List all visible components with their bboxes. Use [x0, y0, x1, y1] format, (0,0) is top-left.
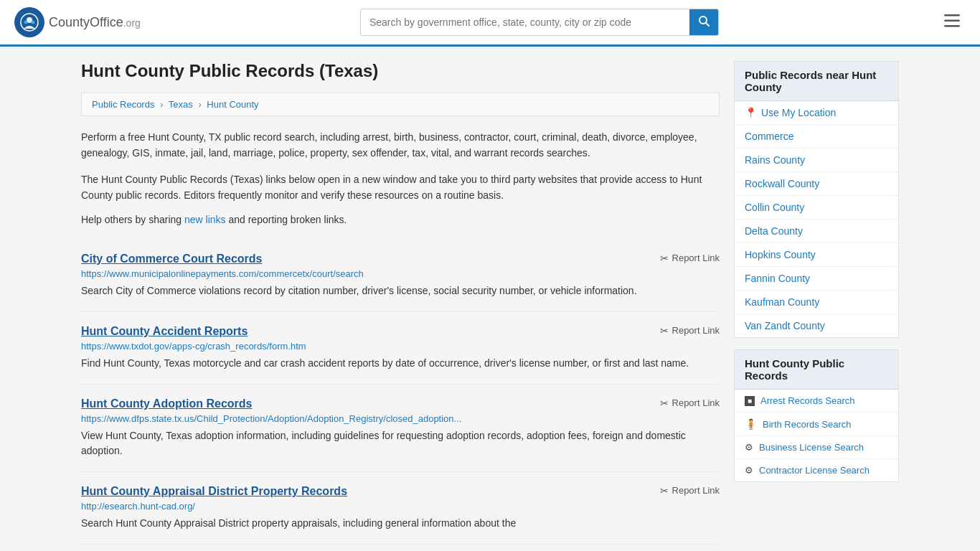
logo-name: CountyOffice — [49, 15, 123, 29]
record-desc: Search Hunt County Appraisal District pr… — [81, 516, 720, 531]
page-title: Hunt County Public Records (Texas) — [81, 61, 720, 81]
record-title[interactable]: City of Commerce Court Records — [81, 253, 263, 265]
record-title[interactable]: Hunt County Accident Reports — [81, 325, 248, 338]
breadcrumb: Public Records › Texas › Hunt County — [81, 93, 720, 116]
report-icon: ✂ — [660, 253, 669, 264]
record-desc: Find Hunt County, Texas motorcycle and c… — [81, 356, 720, 371]
record-desc: Search City of Commerce violations recor… — [81, 283, 720, 298]
breadcrumb-public-records[interactable]: Public Records — [92, 99, 154, 110]
sidebar-arrest-records[interactable]: ■ Arrest Records Search — [735, 390, 898, 413]
header: CountyOffice.org — [0, 0, 980, 47]
sidebar-item-kaufman[interactable]: Kaufman County — [735, 291, 898, 314]
record-url[interactable]: https://www.txdot.gov/apps-cg/crash_reco… — [81, 341, 720, 352]
use-my-location-link[interactable]: Use My Location — [761, 107, 836, 118]
new-links-link[interactable]: new links — [184, 214, 226, 225]
logo-icon — [14, 7, 44, 37]
use-my-location-item[interactable]: 📍 Use My Location — [735, 101, 898, 125]
record-url[interactable]: https://www.municipalonlinepayments.com/… — [81, 268, 720, 279]
nearby-section: Public Records near Hunt County 📍 Use My… — [734, 61, 899, 338]
nearby-link-vanzandt[interactable]: Van Zandt County — [745, 320, 825, 331]
breadcrumb-texas[interactable]: Texas — [169, 99, 193, 110]
svg-rect-7 — [944, 20, 960, 22]
search-input[interactable] — [361, 11, 689, 34]
business-icon: ⚙ — [745, 442, 753, 453]
record-url[interactable]: https://www.dfps.state.tx.us/Child_Prote… — [81, 413, 720, 424]
sidebar-item-commerce[interactable]: Commerce — [735, 125, 898, 149]
content-area: Hunt County Public Records (Texas) Publi… — [81, 61, 720, 545]
search-button[interactable] — [689, 9, 718, 35]
report-link[interactable]: ✂ Report Link — [660, 485, 720, 496]
report-link[interactable]: ✂ Report Link — [660, 397, 720, 409]
sidebar-item-delta[interactable]: Delta County — [735, 220, 898, 243]
nearby-link-rains[interactable]: Rains County — [745, 154, 805, 166]
logo-org: .org — [123, 17, 141, 29]
sidebar-item-vanzandt[interactable]: Van Zandt County — [735, 314, 898, 337]
breadcrumb-hunt-county[interactable]: Hunt County — [207, 99, 258, 110]
sidebar-item-rockwall[interactable]: Rockwall County — [735, 172, 898, 196]
business-license-link[interactable]: Business License Search — [759, 442, 864, 453]
record-desc: View Hunt County, Texas adoption informa… — [81, 428, 720, 458]
report-icon: ✂ — [660, 325, 669, 336]
nearby-header: Public Records near Hunt County — [735, 62, 898, 101]
report-link[interactable]: ✂ Report Link — [660, 253, 720, 264]
svg-line-5 — [706, 23, 709, 26]
sidebar-item-fannin[interactable]: Fannin County — [735, 267, 898, 291]
logo-text: CountyOffice.org — [49, 15, 141, 30]
contractor-license-link[interactable]: Contractor License Search — [759, 465, 870, 476]
sidebar: Public Records near Hunt County 📍 Use My… — [734, 61, 899, 545]
record-title[interactable]: Hunt County Appraisal District Property … — [81, 485, 347, 498]
arrest-icon: ■ — [745, 396, 755, 406]
birth-icon: 🧍 — [745, 418, 757, 430]
svg-point-2 — [24, 21, 28, 24]
report-icon: ✂ — [660, 485, 669, 496]
record-entry: Hunt County Accident Reports ✂ Report Li… — [81, 312, 720, 385]
contractor-icon: ⚙ — [745, 465, 753, 476]
intro-paragraph-1: Perform a free Hunt County, TX public re… — [81, 129, 720, 161]
report-link[interactable]: ✂ Report Link — [660, 325, 720, 336]
svg-rect-8 — [944, 25, 960, 27]
hunt-records-section: Hunt County Public Records ■ Arrest Reco… — [734, 349, 899, 482]
sidebar-contractor-license[interactable]: ⚙ Contractor License Search — [735, 459, 898, 481]
sidebar-business-license[interactable]: ⚙ Business License Search — [735, 436, 898, 459]
record-entry: City of Commerce Court Records ✂ Report … — [81, 240, 720, 312]
main-container: Hunt County Public Records (Texas) Publi… — [67, 47, 913, 551]
svg-rect-6 — [944, 14, 960, 17]
record-entry: Hunt County Adoption Records ✂ Report Li… — [81, 385, 720, 472]
record-url[interactable]: http://esearch.hunt-cad.org/ — [81, 501, 720, 512]
sidebar-item-hopkins[interactable]: Hopkins County — [735, 243, 898, 267]
nearby-link-collin[interactable]: Collin County — [745, 202, 804, 213]
report-icon: ✂ — [660, 397, 669, 409]
sidebar-item-collin[interactable]: Collin County — [735, 196, 898, 220]
record-title[interactable]: Hunt County Adoption Records — [81, 397, 253, 410]
records-list: City of Commerce Court Records ✂ Report … — [81, 240, 720, 545]
nearby-link-kaufman[interactable]: Kaufman County — [745, 296, 819, 308]
nearby-link-hopkins[interactable]: Hopkins County — [745, 249, 816, 260]
sidebar-item-rains[interactable]: Rains County — [735, 149, 898, 172]
arrest-records-link[interactable]: Arrest Records Search — [760, 395, 855, 406]
location-pin-icon: 📍 — [745, 107, 757, 118]
nearby-link-delta[interactable]: Delta County — [745, 225, 803, 237]
menu-button[interactable] — [938, 10, 966, 34]
logo-area: CountyOffice.org — [14, 7, 141, 37]
nearby-link-commerce[interactable]: Commerce — [745, 131, 793, 142]
search-bar — [360, 9, 719, 36]
birth-records-link[interactable]: Birth Records Search — [763, 419, 852, 430]
share-text: Help others by sharing new links and rep… — [81, 214, 720, 225]
record-entry: Hunt County Appraisal District Property … — [81, 472, 720, 545]
svg-point-3 — [32, 21, 35, 24]
nearby-link-fannin[interactable]: Fannin County — [745, 273, 810, 284]
intro-paragraph-2: The Hunt County Public Records (Texas) l… — [81, 171, 720, 204]
nearby-link-rockwall[interactable]: Rockwall County — [745, 178, 819, 189]
sidebar-birth-records[interactable]: 🧍 Birth Records Search — [735, 413, 898, 436]
hunt-records-header: Hunt County Public Records — [735, 350, 898, 390]
